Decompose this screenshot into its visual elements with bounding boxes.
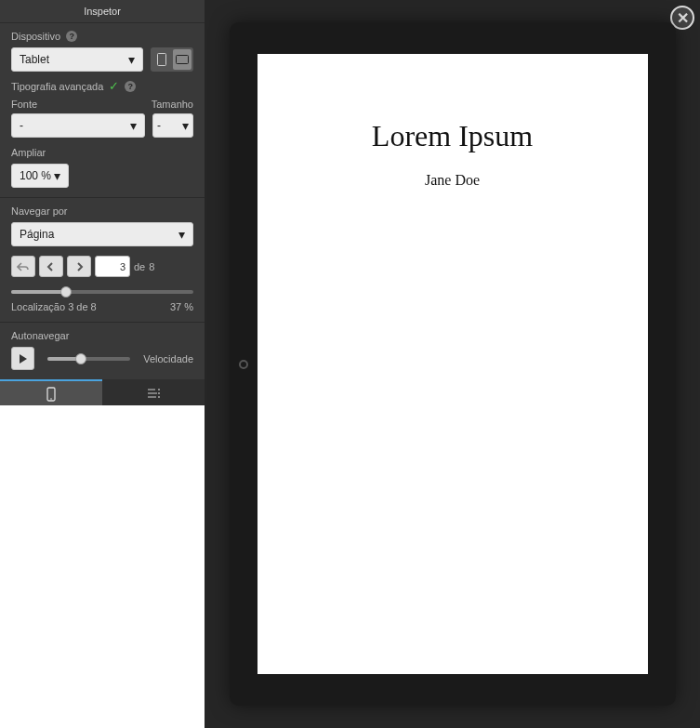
navigate-section: Navegar por Página ▾ de 8 Localização 3 … (0, 198, 205, 323)
orientation-portrait-button[interactable] (152, 49, 171, 70)
help-icon[interactable]: ? (125, 81, 136, 92)
location-text: Localização 3 de 8 (11, 301, 97, 312)
bottom-tabs (0, 379, 205, 407)
list-icon (146, 388, 161, 399)
tab-device[interactable] (0, 379, 102, 407)
font-select[interactable]: - ▾ (11, 113, 145, 138)
size-select[interactable]: - ▾ (152, 113, 193, 138)
orientation-toggle (151, 47, 193, 72)
inspector-title: Inspetor (0, 0, 205, 23)
svg-rect-0 (158, 54, 166, 66)
zoom-label: Ampliar (11, 147, 193, 158)
size-label: Tamanho (152, 99, 193, 110)
prev-page-button[interactable] (39, 256, 63, 277)
slider-thumb[interactable] (75, 353, 86, 364)
page-input[interactable] (95, 256, 130, 277)
device-select[interactable]: Tablet ▾ (11, 47, 143, 72)
typography-label: Tipografia avançada ✓ ? (11, 79, 193, 93)
home-button-icon (239, 360, 248, 369)
zoom-select[interactable]: 100 % ▾ (11, 164, 69, 188)
undo-button[interactable] (11, 256, 35, 277)
slider-thumb[interactable] (60, 286, 72, 298)
location-slider[interactable] (11, 290, 193, 294)
orientation-landscape-button[interactable] (173, 49, 192, 70)
svg-point-9 (158, 396, 160, 398)
svg-point-3 (50, 398, 52, 400)
book-title: Lorem Ipsum (285, 119, 620, 153)
chevron-down-icon: ▾ (182, 118, 189, 133)
close-icon: ✕ (677, 9, 689, 27)
chevron-down-icon: ▾ (178, 227, 185, 242)
autonav-label: Autonavegar (11, 330, 193, 341)
font-label: Fonte (11, 99, 144, 110)
chevron-down-icon: ▾ (130, 118, 137, 133)
chevron-down-icon: ▾ (54, 168, 60, 183)
device-label: Dispositivo ? (11, 31, 193, 42)
of-label: de (134, 261, 145, 272)
tab-list[interactable] (102, 379, 205, 407)
next-page-button[interactable] (67, 256, 91, 277)
speed-slider[interactable] (47, 357, 130, 361)
preview-overlay: ✕ Lorem Ipsum Jane Doe (205, 0, 700, 728)
percent-text: 37 % (170, 301, 193, 312)
book-author: Jane Doe (285, 172, 620, 189)
speed-label: Velocidade (143, 353, 193, 364)
total-pages: 8 (149, 261, 154, 272)
autonav-section: Autonavegar Velocidade (0, 323, 205, 379)
svg-point-7 (158, 389, 160, 390)
sidebar-lower-area (0, 405, 205, 728)
inspector-sidebar: Inspetor Dispositivo ? Tablet ▾ Tipograf… (0, 0, 205, 407)
navigate-select[interactable]: Página ▾ (11, 222, 193, 246)
tablet-frame: Lorem Ipsum Jane Doe (230, 22, 676, 706)
tablet-screen: Lorem Ipsum Jane Doe (258, 54, 648, 674)
device-section: Dispositivo ? Tablet ▾ Tipografia avança… (0, 23, 205, 198)
help-icon[interactable]: ? (66, 31, 77, 42)
svg-rect-1 (177, 56, 189, 64)
play-button[interactable] (11, 347, 34, 370)
device-icon (44, 387, 59, 402)
navigate-label: Navegar por (11, 205, 193, 217)
check-icon: ✓ (109, 79, 119, 93)
chevron-down-icon: ▾ (128, 52, 135, 67)
svg-point-8 (158, 392, 160, 394)
